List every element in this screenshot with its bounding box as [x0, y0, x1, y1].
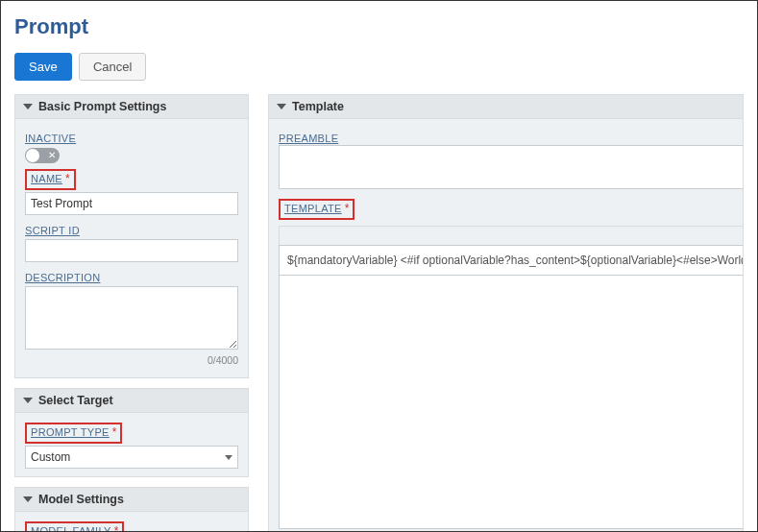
panel-template: Template PREAMBLE TEMPLATE* ${mandatoryV…	[268, 94, 744, 532]
highlight-prompt-type: PROMPT TYPE*	[25, 423, 122, 444]
panel-model-settings: Model Settings MODEL FAMILY* Cohere Comm…	[14, 487, 249, 532]
prompt-type-value: Custom	[31, 450, 70, 464]
highlight-name: NAME*	[25, 169, 76, 190]
chevron-down-icon	[277, 104, 286, 109]
description-textarea[interactable]	[25, 286, 238, 350]
panel-model-title: Model Settings	[38, 493, 124, 506]
chevron-down-icon	[225, 455, 232, 460]
action-bar: Save Cancel	[14, 53, 744, 81]
highlight-model-family: MODEL FAMILY*	[25, 521, 124, 532]
panel-target-title: Select Target	[38, 394, 113, 407]
panel-template-title: Template	[292, 100, 344, 113]
scriptid-input[interactable]	[25, 239, 238, 262]
model-family-label[interactable]: MODEL FAMILY	[31, 525, 111, 532]
panel-basic-title: Basic Prompt Settings	[38, 100, 166, 113]
chevron-down-icon	[23, 104, 33, 109]
required-marker: *	[65, 172, 70, 185]
cancel-button[interactable]: Cancel	[79, 53, 146, 81]
panel-basic-settings: Basic Prompt Settings INACTIVE ✕ NAME*	[14, 94, 249, 378]
prompt-type-select[interactable]: Custom	[25, 446, 238, 469]
chevron-down-icon	[23, 496, 33, 502]
panel-template-header[interactable]: Template	[269, 95, 743, 119]
toggle-knob	[26, 149, 39, 162]
template-label[interactable]: TEMPLATE	[284, 203, 342, 214]
required-marker: *	[112, 425, 117, 439]
panel-basic-header[interactable]: Basic Prompt Settings	[15, 95, 248, 119]
highlight-template: TEMPLATE*	[279, 199, 355, 220]
inactive-toggle[interactable]: ✕	[25, 148, 60, 163]
description-counter: 0/4000	[25, 354, 238, 366]
description-label[interactable]: DESCRIPTION	[25, 272, 100, 283]
prompt-type-label[interactable]: PROMPT TYPE	[31, 426, 110, 438]
template-editor-body[interactable]	[279, 276, 743, 529]
required-marker: *	[114, 524, 119, 532]
chevron-down-icon	[23, 398, 33, 403]
required-marker: *	[345, 202, 350, 215]
page-title: Prompt	[14, 14, 744, 39]
name-input[interactable]	[25, 192, 238, 215]
toggle-off-icon: ✕	[48, 151, 56, 160]
inactive-label[interactable]: INACTIVE	[25, 133, 76, 144]
template-toolbar	[279, 226, 743, 245]
save-button[interactable]: Save	[14, 53, 72, 81]
preamble-label[interactable]: PREAMBLE	[279, 133, 338, 144]
panel-model-header[interactable]: Model Settings	[15, 488, 248, 512]
panel-target-header[interactable]: Select Target	[15, 389, 248, 413]
preamble-input[interactable]	[279, 145, 743, 189]
scriptid-label[interactable]: SCRIPT ID	[25, 225, 80, 236]
name-label[interactable]: NAME	[31, 173, 62, 184]
panel-select-target: Select Target PROMPT TYPE* Custom	[14, 388, 249, 477]
template-editor[interactable]: ${mandatoryVariable} <#if optionalVariab…	[279, 245, 743, 276]
